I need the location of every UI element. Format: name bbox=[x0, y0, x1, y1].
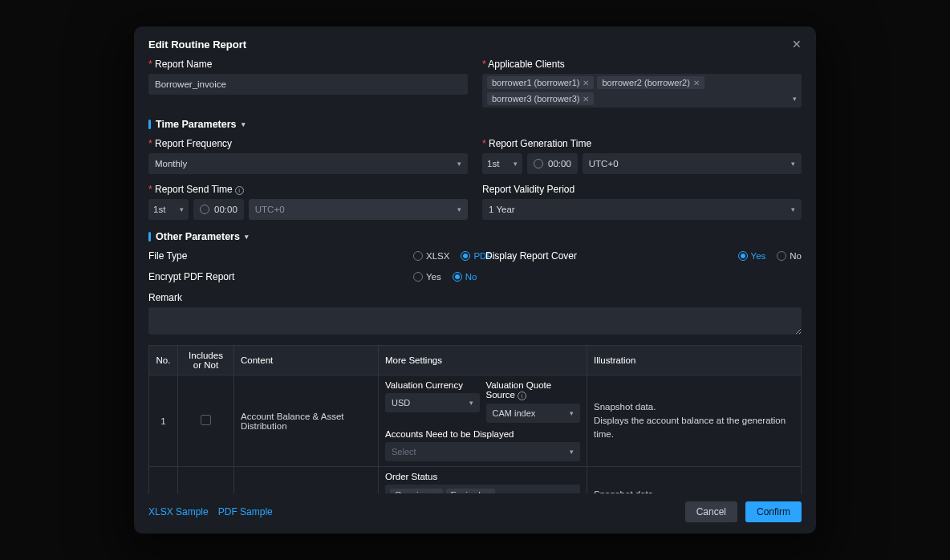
edit-routine-report-modal: Edit Routine Report ✕ Report Name Applic… bbox=[134, 26, 816, 534]
col-no: No. bbox=[149, 346, 178, 375]
clock-icon bbox=[200, 205, 209, 214]
display-cover-label: Display Report Cover bbox=[485, 250, 606, 262]
tag-remove-icon[interactable]: ✕ bbox=[583, 79, 589, 87]
modal-footer: XLSX Sample PDF Sample Cancel Confirm bbox=[134, 493, 816, 534]
encrypt-no-radio[interactable]: No bbox=[453, 272, 477, 282]
row-content: Deposit Orders bbox=[234, 467, 379, 494]
modal-header: Edit Routine Report ✕ bbox=[134, 26, 816, 59]
order-status-label: Order Status bbox=[385, 472, 580, 481]
close-icon[interactable]: ✕ bbox=[792, 38, 802, 51]
tag-remove-icon[interactable]: ✕ bbox=[693, 79, 700, 87]
col-includes: Includes or Not bbox=[178, 346, 234, 375]
include-checkbox[interactable] bbox=[201, 415, 211, 425]
modal-body: Report Name Applicable Clients borrower1… bbox=[134, 59, 816, 493]
row-no: 2 bbox=[149, 467, 178, 494]
send-tz-select-disabled: UTC+0▾ bbox=[249, 199, 468, 220]
applicable-clients-label: Applicable Clients bbox=[482, 59, 802, 70]
cover-yes-radio[interactable]: Yes bbox=[738, 251, 766, 261]
accounts-select[interactable]: Select▾ bbox=[385, 442, 580, 461]
report-generation-time-label: Report Generation Time bbox=[482, 138, 802, 149]
chevron-down-icon: ▾ bbox=[242, 120, 246, 128]
table-row: 1 Account Balance & Asset Distribution V… bbox=[149, 375, 802, 467]
xlsx-sample-link[interactable]: XLSX Sample bbox=[148, 506, 209, 517]
quote-source-select[interactable]: CAM index▾ bbox=[486, 404, 581, 423]
report-frequency-label: Report Frequency bbox=[148, 138, 468, 149]
gen-time-input[interactable]: 00:00 bbox=[527, 153, 578, 174]
cancel-button[interactable]: Cancel bbox=[685, 501, 737, 522]
col-illus: Illustration bbox=[587, 346, 802, 375]
quote-source-label: Valuation Quote Sourcei bbox=[486, 380, 581, 400]
info-icon[interactable]: i bbox=[518, 392, 526, 400]
chevron-down-icon: ▾ bbox=[570, 448, 574, 456]
clock-icon bbox=[534, 159, 543, 168]
chevron-down-icon: ▾ bbox=[180, 205, 184, 213]
report-name-label: Report Name bbox=[148, 59, 468, 70]
valuation-currency-select[interactable]: USD▾ bbox=[385, 393, 480, 412]
encrypt-label: Encrypt PDF Report bbox=[148, 271, 413, 282]
valuation-currency-label: Valuation Currency bbox=[385, 380, 480, 390]
report-frequency-select[interactable]: Monthly ▾ bbox=[148, 153, 468, 174]
info-icon[interactable]: i bbox=[235, 186, 244, 195]
cover-no-radio[interactable]: No bbox=[777, 251, 802, 261]
accounts-displayed-label: Accounts Need to be Displayed bbox=[385, 429, 580, 439]
client-tag: borrower2 (borrower2)✕ bbox=[597, 76, 704, 89]
chevron-down-icon: ▾ bbox=[791, 160, 795, 168]
remark-label: Remark bbox=[148, 292, 802, 303]
client-tag: borrower3 (borrower3)✕ bbox=[487, 92, 594, 105]
tag-remove-icon[interactable]: ✕ bbox=[583, 95, 589, 103]
send-day-select[interactable]: 1st▾ bbox=[148, 199, 189, 220]
send-time-input[interactable]: 00:00 bbox=[193, 199, 244, 220]
gen-tz-select[interactable]: UTC+0▾ bbox=[583, 153, 802, 174]
other-parameters-section[interactable]: Other Parameters ▾ bbox=[148, 231, 802, 242]
col-content: Content bbox=[234, 346, 379, 375]
chevron-down-icon: ▾ bbox=[469, 399, 473, 407]
chevron-down-icon: ▾ bbox=[570, 409, 574, 417]
applicable-clients-select[interactable]: borrower1 (borrower1)✕ borrower2 (borrow… bbox=[482, 74, 802, 108]
file-type-label: File Type bbox=[148, 250, 413, 262]
row-no: 1 bbox=[149, 375, 178, 467]
report-send-time-label: Report Send Timei bbox=[148, 184, 468, 195]
report-validity-select[interactable]: 1 Year ▾ bbox=[482, 199, 802, 220]
modal-title: Edit Routine Report bbox=[148, 39, 246, 51]
confirm-button[interactable]: Confirm bbox=[745, 501, 802, 522]
content-table: No. Includes or Not Content More Setting… bbox=[148, 345, 802, 493]
chevron-down-icon: ▾ bbox=[457, 160, 461, 168]
xlsx-radio[interactable]: XLSX bbox=[413, 251, 449, 261]
col-more: More Settings bbox=[379, 346, 587, 375]
order-status-select[interactable]: Ongoing✕ Expired✕ ▾ bbox=[385, 485, 580, 493]
time-parameters-section[interactable]: Time Parameters ▾ bbox=[148, 119, 802, 130]
chevron-down-icon: ▾ bbox=[457, 205, 461, 213]
encrypt-yes-radio[interactable]: Yes bbox=[413, 272, 441, 282]
row-illustration: Snapshot data. Including the orders whic… bbox=[587, 467, 802, 494]
chevron-down-icon: ▾ bbox=[793, 95, 797, 103]
row-illustration: Snapshot data. Displays the account bala… bbox=[587, 375, 802, 467]
chevron-down-icon: ▾ bbox=[791, 205, 795, 213]
row-content: Account Balance & Asset Distribution bbox=[234, 375, 379, 467]
chevron-down-icon: ▾ bbox=[514, 160, 518, 168]
remark-textarea[interactable] bbox=[148, 307, 802, 335]
gen-day-select[interactable]: 1st▾ bbox=[482, 153, 522, 174]
chevron-down-icon: ▾ bbox=[245, 233, 249, 241]
client-tag: borrower1 (borrower1)✕ bbox=[487, 76, 594, 89]
report-validity-label: Report Validity Period bbox=[482, 184, 802, 195]
report-name-input[interactable] bbox=[148, 74, 468, 95]
pdf-sample-link[interactable]: PDF Sample bbox=[218, 506, 273, 517]
table-row: 2 Deposit Orders Order Status Ongoing✕ E… bbox=[149, 467, 802, 494]
